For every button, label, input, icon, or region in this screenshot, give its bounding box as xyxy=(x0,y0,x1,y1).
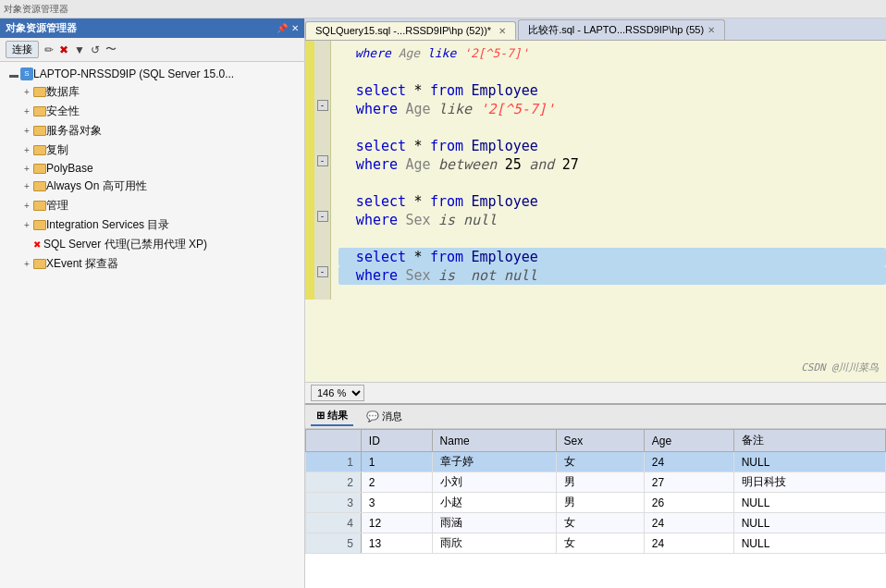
tab-compare-close[interactable]: ✕ xyxy=(708,25,715,35)
expand-alwayson[interactable]: + xyxy=(20,181,33,191)
code-text-12: select * from Employee xyxy=(340,248,538,266)
tree-row-server[interactable]: ▬ S LAPTOP-NRSSD9IP (SQL Server 15.0... xyxy=(0,67,304,81)
watermark: CSDN @川川菜鸟 xyxy=(801,361,879,374)
expand-databases[interactable]: + xyxy=(20,87,33,97)
folder-icon-polybase xyxy=(33,164,46,174)
table-row[interactable]: 5 13 雨欣 女 24 NULL xyxy=(306,533,886,554)
tree-item-management: + 管理 xyxy=(0,196,304,215)
table-row[interactable]: 2 2 小刘 男 27 明日科技 xyxy=(306,472,886,493)
folder-icon-integration xyxy=(33,220,46,230)
tree-row-sqlagent[interactable]: ✖ SQL Server 代理(已禁用代理 XP) xyxy=(0,236,304,253)
table-row[interactable]: 1 1 章子婷 女 24 NULL xyxy=(306,452,886,472)
expand-management[interactable]: + xyxy=(20,201,33,211)
activity-icon[interactable]: 〜 xyxy=(105,42,117,57)
tree-row-replication[interactable]: + 复制 xyxy=(0,141,304,159)
tree-item-server-objects: + 服务器对象 xyxy=(0,121,304,141)
xevent-label: XEvent 探查器 xyxy=(46,256,118,272)
code-line-1: where Age like '2[^5-7]' xyxy=(338,44,886,63)
cell-age: 24 xyxy=(644,533,733,554)
collapse-cell-5 xyxy=(314,115,330,133)
table-row[interactable]: 4 12 雨涵 女 24 NULL xyxy=(306,513,886,533)
tree-row-integration[interactable]: + Integration Services 目录 xyxy=(0,216,304,234)
expand-integration[interactable]: + xyxy=(20,220,33,230)
expand-server-objects[interactable]: + xyxy=(20,126,33,136)
tree-item-sqlagent: ✖ SQL Server 代理(已禁用代理 XP) xyxy=(0,235,304,254)
expand-replication[interactable]: + xyxy=(20,145,33,155)
new-query-icon[interactable]: ✏ xyxy=(44,43,54,56)
tree-row-server-objects[interactable]: + 服务器对象 xyxy=(0,122,304,140)
results-tab-results[interactable]: ⊞ 结果 xyxy=(311,407,353,426)
collapse-btn-4[interactable]: - xyxy=(317,266,328,277)
collapse-cell-3 xyxy=(314,78,330,96)
folder-icon-databases xyxy=(33,87,46,97)
collapse-cell-6 xyxy=(314,133,330,152)
results-tab-messages[interactable]: 💬 消息 xyxy=(361,408,408,425)
tree-row-databases[interactable]: + 数据库 xyxy=(0,83,304,101)
expand-polybase[interactable]: + xyxy=(20,164,33,174)
collapse-btn-1[interactable]: - xyxy=(317,100,328,111)
collapse-btn-2[interactable]: - xyxy=(317,155,328,166)
collapse-cell-10[interactable]: - xyxy=(314,207,330,226)
code-line-2 xyxy=(338,63,886,81)
expand-sqlagent xyxy=(20,239,33,250)
collapse-cell-7[interactable]: - xyxy=(314,152,330,170)
tree-item-server: ▬ S LAPTOP-NRSSD9IP (SQL Server 15.0... xyxy=(0,66,304,82)
cell-rownum: 3 xyxy=(306,493,362,513)
oe-tree: ▬ S LAPTOP-NRSSD9IP (SQL Server 15.0... … xyxy=(0,62,304,588)
collapse-cell-1 xyxy=(314,41,330,59)
collapse-cell-11 xyxy=(314,226,330,244)
code-text-1: where Age like '2[^5-7]' xyxy=(340,44,529,63)
collapse-cell-12 xyxy=(314,244,330,263)
expand-xevent[interactable]: + xyxy=(20,259,33,269)
cell-note: NULL xyxy=(733,452,885,472)
expand-security[interactable]: + xyxy=(20,106,33,116)
tree-item-alwayson: + Always On 高可用性 xyxy=(0,177,304,196)
cell-note: NULL xyxy=(733,533,885,554)
collapse-cell-2 xyxy=(314,59,330,78)
cell-name: 雨欣 xyxy=(432,533,556,554)
collapse-btn-3[interactable]: - xyxy=(317,211,328,222)
tab-query15[interactable]: SQLQuery15.sql -...RSSD9IP\hp (52))* ✕ xyxy=(305,21,516,40)
tree-row-alwayson[interactable]: + Always On 高可用性 xyxy=(0,178,304,195)
tree-row-management[interactable]: + 管理 xyxy=(0,197,304,214)
filter-icon[interactable]: ▼ xyxy=(74,43,85,56)
expand-server[interactable]: ▬ xyxy=(7,69,20,80)
folder-icon-alwayson xyxy=(33,181,46,191)
cell-id: 3 xyxy=(361,493,432,513)
collapse-cell-13[interactable]: - xyxy=(314,263,330,281)
editor-area[interactable]: - - - - xyxy=(305,41,886,382)
results-content: ID Name Sex Age 备注 1 1 章子婷 女 24 NULL 2 2… xyxy=(305,429,886,588)
alwayson-label: Always On 高可用性 xyxy=(46,178,147,194)
agent-icon: ✖ xyxy=(33,239,41,250)
databases-label: 数据库 xyxy=(46,84,80,100)
tree-row-xevent[interactable]: + XEvent 探查器 xyxy=(0,255,304,273)
oe-title: 对象资源管理器 xyxy=(6,21,77,35)
cell-rownum: 2 xyxy=(306,472,362,493)
tree-row-security[interactable]: + 安全性 xyxy=(0,103,304,120)
cell-name: 小赵 xyxy=(432,493,556,513)
collapse-cell-4[interactable]: - xyxy=(314,96,330,115)
tab-query15-close[interactable]: ✕ xyxy=(498,26,506,36)
connect-button[interactable]: 连接 xyxy=(6,41,39,58)
code-text-4: where Age like '2[^5-7]' xyxy=(340,100,555,118)
top-bar: 对象资源管理器 xyxy=(0,0,886,18)
table-row[interactable]: 3 3 小赵 男 26 NULL xyxy=(306,493,886,513)
code-lines[interactable]: where Age like '2[^5-7]' select * from E… xyxy=(331,41,886,300)
cell-id: 13 xyxy=(361,533,432,554)
oe-title-bar: 对象资源管理器 📌 ✕ xyxy=(0,18,304,38)
zoom-select[interactable]: 146 % 100 % 75 % 50 % xyxy=(311,385,364,401)
cell-name: 雨涵 xyxy=(432,513,556,533)
tree-item-xevent: + XEvent 探查器 xyxy=(0,254,304,274)
code-text-13: where Sex is not null xyxy=(340,266,537,285)
pin-icon[interactable]: 📌 xyxy=(277,23,288,33)
tab-compare[interactable]: 比较符.sql - LAPTO...RSSD9IP\hp (55) ✕ xyxy=(518,19,725,40)
code-line-12: select * from Employee xyxy=(338,248,886,266)
sqlagent-label: SQL Server 代理(已禁用代理 XP) xyxy=(43,237,207,252)
close-oe-icon[interactable]: ✕ xyxy=(291,23,299,33)
refresh-icon[interactable]: ↺ xyxy=(91,43,100,56)
code-text-10: where Sex is null xyxy=(340,211,497,229)
tree-row-polybase[interactable]: + PolyBase xyxy=(0,161,304,176)
disconnect-icon[interactable]: ✖ xyxy=(59,43,68,56)
code-line-3: select * from Employee xyxy=(338,81,886,100)
col-header-age: Age xyxy=(644,430,733,452)
